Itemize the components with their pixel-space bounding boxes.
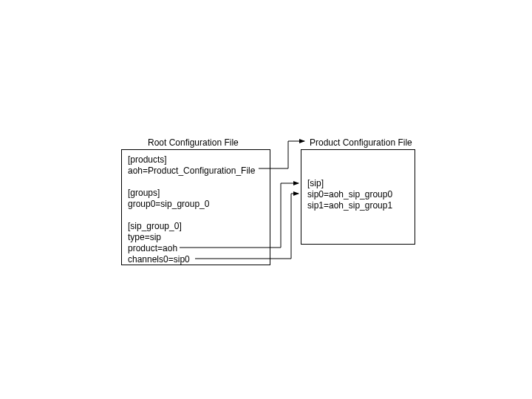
- root-config-title: Root Configuration File: [148, 137, 239, 148]
- sip-line2: sip1=aoh_sip_group1: [307, 200, 392, 211]
- root-config-box: [products] aoh=Product_Configuration_Fil…: [121, 149, 270, 265]
- sip-line1: sip0=aoh_sip_group0: [307, 189, 392, 200]
- sipgroup-channels: channels0=sip0: [128, 254, 190, 265]
- groups-line: group0=sip_group_0: [128, 199, 209, 209]
- root-config-content: [products] aoh=Product_Configuration_Fil…: [122, 150, 270, 270]
- sipgroup-product: product=aoh: [128, 243, 177, 253]
- products-header: [products]: [128, 154, 167, 165]
- sip-header: [sip]: [307, 178, 324, 188]
- products-line: aoh=Product_Configuration_File: [128, 166, 255, 176]
- sipgroup-type: type=sip: [128, 232, 161, 242]
- product-config-content: [sip] sip0=aoh_sip_group0 sip1=aoh_sip_g…: [301, 150, 415, 216]
- groups-header: [groups]: [128, 188, 160, 198]
- product-config-box: [sip] sip0=aoh_sip_group0 sip1=aoh_sip_g…: [301, 149, 415, 245]
- product-config-title: Product Configuration File: [310, 137, 412, 148]
- sipgroup-header: [sip_group_0]: [128, 221, 182, 231]
